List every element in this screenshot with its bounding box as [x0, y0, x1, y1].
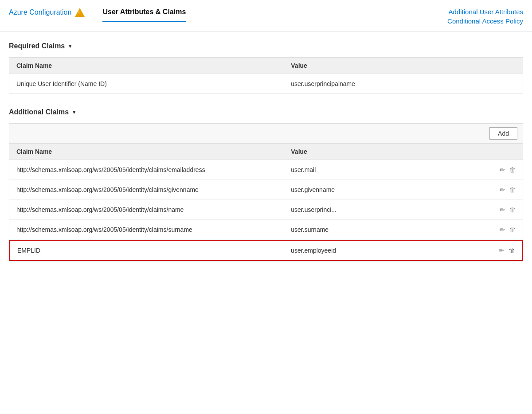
additional-claims-row-1: http://schemas.xmlsoap.org/ws/2005/05/id…: [9, 180, 523, 200]
delete-icon-1[interactable]: 🗑: [509, 186, 516, 193]
delete-icon-3[interactable]: 🗑: [509, 226, 516, 233]
main-content: Required Claims ▼ Claim Name Value Uniqu…: [0, 31, 532, 285]
nav-azure-configuration[interactable]: Azure Configuration: [9, 8, 85, 23]
additional-claim-actions-1: ✏ 🗑: [500, 186, 516, 193]
additional-claim-actions-3: ✏ 🗑: [500, 226, 516, 233]
edit-icon-2[interactable]: ✏: [500, 206, 505, 213]
additional-claim-value-2: user.userprinci...: [291, 206, 500, 213]
required-claim-name-0: Unique User Identifier (Name ID): [16, 80, 291, 87]
additional-claim-value-1: user.givenname: [291, 186, 500, 193]
additional-claims-chevron: ▼: [71, 109, 77, 115]
required-col-name-header: Claim Name: [16, 62, 291, 69]
nav-conditional-access-policy[interactable]: Conditional Access Policy: [447, 17, 523, 25]
additional-claims-header[interactable]: Additional Claims ▼: [9, 108, 523, 116]
additional-claim-actions-2: ✏ 🗑: [500, 206, 516, 213]
additional-claim-actions-4: ✏ 🗑: [499, 247, 515, 254]
additional-claim-name-2: http://schemas.xmlsoap.org/ws/2005/05/id…: [16, 206, 291, 213]
edit-icon-3[interactable]: ✏: [500, 226, 505, 233]
required-claims-header[interactable]: Required Claims ▼: [9, 42, 523, 50]
top-navigation: Azure Configuration User Attributes & Cl…: [0, 0, 532, 31]
additional-col-value-header: Value: [291, 148, 516, 155]
additional-claims-row-4: EMPLID user.employeeid ✏ 🗑: [9, 240, 523, 261]
required-claims-header-row: Claim Name Value: [9, 58, 523, 74]
additional-claims-header-row: Claim Name Value: [9, 144, 523, 160]
add-claim-button[interactable]: Add: [489, 127, 517, 140]
required-claims-table: Claim Name Value Unique User Identifier …: [9, 57, 523, 94]
additional-claims-row-3: http://schemas.xmlsoap.org/ws/2005/05/id…: [9, 220, 523, 240]
additional-claims-row-0: http://schemas.xmlsoap.org/ws/2005/05/id…: [9, 160, 523, 180]
additional-claim-name-3: http://schemas.xmlsoap.org/ws/2005/05/id…: [16, 226, 291, 233]
delete-icon-0[interactable]: 🗑: [509, 166, 516, 173]
azure-config-label: Azure Configuration: [9, 8, 71, 16]
required-claims-label: Required Claims: [9, 42, 65, 50]
required-col-value-header: Value: [291, 62, 516, 69]
additional-claims-row-2: http://schemas.xmlsoap.org/ws/2005/05/id…: [9, 200, 523, 220]
edit-icon-0[interactable]: ✏: [500, 166, 505, 173]
additional-claim-name-1: http://schemas.xmlsoap.org/ws/2005/05/id…: [16, 186, 291, 193]
delete-icon-2[interactable]: 🗑: [509, 206, 516, 213]
edit-icon-1[interactable]: ✏: [500, 186, 505, 193]
required-claim-value-0: user.userprincipalname: [291, 80, 516, 87]
delete-icon-4[interactable]: 🗑: [509, 247, 515, 254]
nav-user-attributes-claims[interactable]: User Attributes & Claims: [102, 8, 186, 22]
required-claims-row-0: Unique User Identifier (Name ID) user.us…: [9, 74, 523, 94]
additional-claims-label: Additional Claims: [9, 108, 69, 116]
edit-icon-4[interactable]: ✏: [499, 247, 504, 254]
additional-claim-name-0: http://schemas.xmlsoap.org/ws/2005/05/id…: [16, 166, 291, 173]
additional-claim-value-3: user.surname: [291, 226, 500, 233]
additional-claim-actions-0: ✏ 🗑: [500, 166, 516, 173]
nav-right-links: Additional User Attributes Conditional A…: [447, 8, 523, 31]
additional-claim-value-0: user.mail: [291, 166, 500, 173]
additional-claims-toolbar: Add: [9, 124, 523, 144]
additional-claim-name-4: EMPLID: [17, 247, 291, 254]
warning-icon: [75, 8, 85, 17]
additional-claim-value-4: user.employeeid: [291, 247, 499, 254]
additional-col-name-header: Claim Name: [16, 148, 291, 155]
required-claims-chevron: ▼: [67, 43, 73, 49]
additional-claims-table: Add Claim Name Value http://schemas.xmls…: [9, 123, 523, 262]
nav-additional-user-attributes[interactable]: Additional User Attributes: [449, 8, 523, 16]
